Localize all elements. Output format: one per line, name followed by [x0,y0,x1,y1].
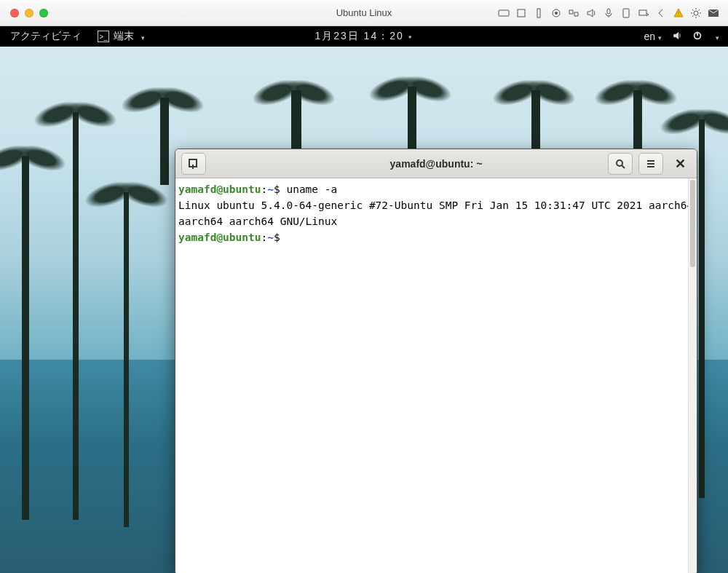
host-tray [498,7,728,19]
terminal-search-button[interactable] [608,153,633,175]
back-icon[interactable] [655,7,667,19]
svg-point-19 [617,160,622,166]
terminal-app-icon: >_ [98,31,109,42]
svg-rect-0 [499,10,509,16]
svg-rect-9 [639,10,646,15]
cursor [280,232,287,243]
minimize-window-button[interactable] [25,9,33,17]
host-titlebar: Ubuntu Linux [0,0,728,26]
terminal-close-button[interactable]: ✕ [669,156,691,172]
desktop-background: yamafd@ubuntu: ~ ✕ yamafd@ubuntu:~$ unam… [0,47,728,573]
cpu-icon[interactable] [515,7,527,19]
mail-icon[interactable] [708,7,719,19]
terminal-scrollbar[interactable] [688,178,697,573]
svg-rect-3 [518,9,525,17]
network-icon[interactable] [638,7,649,19]
svg-point-12 [694,11,698,15]
active-app-label: 端末 [114,30,134,43]
activities-button[interactable]: アクティビティ [10,30,82,43]
svg-line-20 [622,165,625,168]
active-app-menu[interactable]: >_ 端末 [98,30,145,43]
zoom-window-button[interactable] [39,9,48,17]
terminal-output-area[interactable]: yamafd@ubuntu:~$ uname -a Linux ubuntu 5… [175,178,697,573]
terminal-titlebar[interactable]: yamafd@ubuntu: ~ ✕ [175,149,697,178]
svg-point-11 [678,15,679,16]
prompt-user: yamafd@ubuntu [178,183,261,195]
scrollbar-thumb[interactable] [690,180,695,267]
volume-icon[interactable] [585,7,597,19]
display-arrange-icon[interactable] [568,7,579,19]
usb-icon[interactable] [533,7,545,19]
output-text: Linux ubuntu 5.4.0-64-generic #72-Ubuntu… [178,199,697,227]
traffic-lights [0,9,48,17]
panel-volume-icon[interactable] [672,31,682,43]
chevron-down-icon [138,31,145,42]
prompt-user: yamafd@ubuntu [178,232,261,243]
tablet-icon[interactable] [620,7,632,19]
command-text: uname -a [280,183,338,195]
gnome-top-panel: アクティビティ >_ 端末 1月23日 14：20 en [0,26,728,47]
power-icon[interactable] [692,31,703,43]
terminal-window: yamafd@ubuntu: ~ ✕ yamafd@ubuntu:~$ unam… [175,149,697,573]
mic-icon[interactable] [603,7,614,19]
svg-rect-4 [537,9,540,17]
keyboard-icon[interactable] [498,7,510,19]
svg-rect-7 [607,9,610,14]
record-icon[interactable] [550,7,562,19]
system-menu-chevron-icon[interactable] [713,31,719,42]
close-window-button[interactable] [10,9,19,17]
prompt-path: ~ [267,183,274,195]
svg-rect-8 [623,9,629,17]
terminal-menu-button[interactable] [638,153,663,175]
warning-icon[interactable] [673,7,684,19]
settings-gear-icon[interactable] [690,7,702,19]
prompt-path: ~ [267,232,274,243]
new-tab-button[interactable] [181,153,206,175]
svg-point-6 [555,12,558,15]
input-source-indicator[interactable]: en [644,31,662,42]
